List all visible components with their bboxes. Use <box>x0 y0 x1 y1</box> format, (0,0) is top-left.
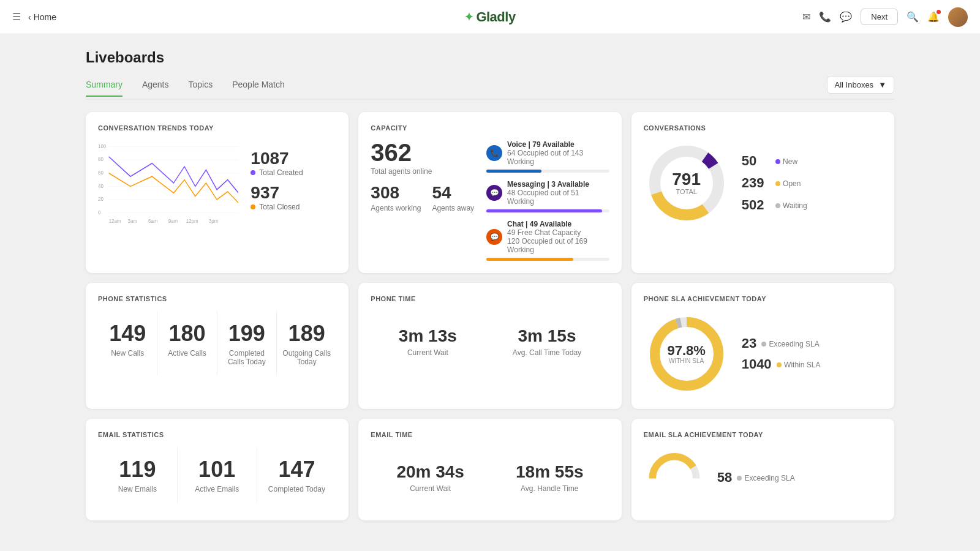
chevron-down-icon: ▼ <box>878 80 886 89</box>
voice-detail: 64 Occupied out of 143 Working <box>507 149 583 166</box>
agents-away-label: Agents away <box>432 204 474 212</box>
tab-summary[interactable]: Summary <box>86 80 123 97</box>
svg-text:3pm: 3pm <box>209 217 218 224</box>
within-sla-value: 1040 <box>742 356 772 372</box>
email-completed-label: Completed Today <box>262 485 332 493</box>
search-icon[interactable]: 🔍 <box>907 11 919 23</box>
within-sla-item: 1040 Within SLA <box>742 356 821 372</box>
row-1: CONVERSATION TRENDS TODAY 100 80 60 40 2… <box>86 112 894 273</box>
email-time-card: EMAIL TIME 20m 34s Current Wait 18m 55s … <box>358 419 621 520</box>
phone-icon[interactable]: 📞 <box>819 11 831 23</box>
email-completed-value: 147 <box>262 457 332 482</box>
email-stats-title: EMAIL STATISTICS <box>98 431 336 438</box>
email-sla-donut <box>644 447 705 508</box>
new-dot <box>775 159 780 164</box>
conversations-card: CONVERSATIONS 791 TOTAL <box>631 112 894 273</box>
back-button[interactable]: ‹ Home <box>28 12 56 22</box>
phone-stats-title: PHONE STATISTICS <box>98 295 336 302</box>
tab-agents[interactable]: Agents <box>142 80 169 97</box>
phone-sla-pct: 97.8% <box>667 344 705 358</box>
notification-badge <box>937 10 941 14</box>
legend-new: 50 New <box>742 153 807 169</box>
phone-sla-inner: 97.8% WITHIN SLA 23 Exceeding SLA 1040 <box>644 311 882 397</box>
messaging-label: Messaging | 3 Available <box>507 180 589 189</box>
next-button[interactable]: Next <box>861 9 898 25</box>
phone-sla-title: PHONE SLA ACHIEVEMENT TODAY <box>644 295 882 302</box>
email-time-grid: 20m 34s Current Wait 18m 55s Avg. Handle… <box>371 447 609 508</box>
chat-icon[interactable]: 💬 <box>840 11 852 23</box>
email-active-value: 101 <box>183 457 252 482</box>
avg-call-item: 3m 15s Avg. Call Time Today <box>513 326 581 357</box>
phone-stats-grid: 149 New Calls 180 Active Calls 199 Compl… <box>98 311 336 376</box>
phone-stats-card: PHONE STATISTICS 149 New Calls 180 Activ… <box>86 283 349 409</box>
email-exceeding-dot <box>737 476 742 481</box>
email-stats-grid: 119 New Emails 101 Active Emails 147 Com… <box>98 447 336 503</box>
active-calls-label: Active Calls <box>162 349 211 358</box>
voice-icon: 📞 <box>486 145 502 161</box>
new-calls-value: 149 <box>103 321 152 347</box>
inbox-icon[interactable]: ✉ <box>802 11 810 23</box>
new-calls-item: 149 New Calls <box>98 311 157 376</box>
avatar[interactable] <box>948 7 968 27</box>
svg-text:12am: 12am <box>109 217 121 224</box>
exceeding-sla-dot <box>761 342 766 347</box>
exceeding-sla-value: 23 <box>742 335 756 351</box>
svg-text:100: 100 <box>98 143 106 149</box>
email-sla-inner: 58 Exceeding SLA <box>644 447 882 508</box>
chat-icon: 💬 <box>486 229 502 245</box>
notification-icon[interactable]: 🔔 <box>927 11 940 23</box>
outgoing-calls-item: 189 Outgoing Calls Today <box>277 311 336 376</box>
email-stats-card: EMAIL STATISTICS 119 New Emails 101 Acti… <box>86 419 349 520</box>
completed-calls-label: Completed Calls Today <box>222 349 271 366</box>
agents-working-value: 308 <box>371 184 421 201</box>
menu-icon[interactable]: ☰ <box>12 11 21 23</box>
active-calls-value: 180 <box>162 321 211 347</box>
messaging-detail: 48 Occupied out of 51 Working <box>507 189 589 206</box>
inbox-dropdown[interactable]: All Inboxes ▼ <box>827 76 894 94</box>
email-current-wait-label: Current Wait <box>396 484 464 493</box>
within-sla-label: Within SLA <box>784 361 820 369</box>
email-sla-title: EMAIL SLA ACHIEVEMENT TODAY <box>644 431 882 438</box>
total-closed-label: Total Closed <box>251 203 336 211</box>
trends-stats: 1087 Total Created 937 Total Closed <box>251 149 336 217</box>
tabs-bar: Summary Agents Topics People Match All I… <box>86 76 894 100</box>
conversation-trends-title: CONVERSATION TRENDS TODAY <box>98 124 336 132</box>
chat-label: Chat | 49 Available <box>507 220 587 228</box>
tab-people-match[interactable]: People Match <box>232 80 285 97</box>
current-wait-item: 3m 13s Current Wait <box>399 326 457 357</box>
voice-label: Voice | 79 Available <box>507 140 583 149</box>
current-wait-value: 3m 13s <box>399 326 457 346</box>
row-3: EMAIL STATISTICS 119 New Emails 101 Acti… <box>86 419 894 520</box>
conversation-trends-card: CONVERSATION TRENDS TODAY 100 80 60 40 2… <box>86 112 349 273</box>
total-created-label: Total Created <box>251 168 336 177</box>
svg-text:60: 60 <box>98 169 104 176</box>
email-current-wait-value: 20m 34s <box>396 462 464 482</box>
agents-working-label: Agents working <box>371 204 421 212</box>
waiting-dot <box>775 203 780 208</box>
agents-online-label: Total agents online <box>371 167 474 176</box>
logo: ✦ Gladly <box>464 9 515 25</box>
agents-away-value: 54 <box>432 184 474 201</box>
row-2: PHONE STATISTICS 149 New Calls 180 Activ… <box>86 283 894 409</box>
exceeding-sla-item: 23 Exceeding SLA <box>742 335 821 351</box>
page-title: Liveboards <box>86 49 894 66</box>
phone-time-grid: 3m 13s Current Wait 3m 15s Avg. Call Tim… <box>371 311 609 372</box>
email-new-label: New Emails <box>103 485 172 493</box>
outgoing-calls-value: 189 <box>282 321 331 347</box>
chat-detail: 49 Free Chat Capacity 120 Occupied out o… <box>507 228 587 254</box>
tab-topics[interactable]: Topics <box>189 80 213 97</box>
phone-sla-donut: 97.8% WITHIN SLA <box>644 311 729 397</box>
trends-chart: 100 80 60 40 20 0 <box>98 140 238 226</box>
email-completed-item: 147 Completed Today <box>257 447 337 503</box>
within-sla-dot <box>777 362 782 367</box>
back-chevron-icon: ‹ <box>28 12 31 22</box>
home-label: Home <box>34 12 56 22</box>
logo-text: Gladly <box>476 9 515 25</box>
created-dot <box>251 170 255 175</box>
main-content: Liveboards Summary Agents Topics People … <box>49 34 931 545</box>
phone-sla-card: PHONE SLA ACHIEVEMENT TODAY 97.8% WITHIN… <box>631 283 894 409</box>
phone-sla-legend: 23 Exceeding SLA 1040 Within SLA <box>742 335 821 372</box>
svg-text:40: 40 <box>98 182 104 189</box>
conversations-title: CONVERSATIONS <box>644 124 882 132</box>
svg-text:3am: 3am <box>128 217 137 224</box>
